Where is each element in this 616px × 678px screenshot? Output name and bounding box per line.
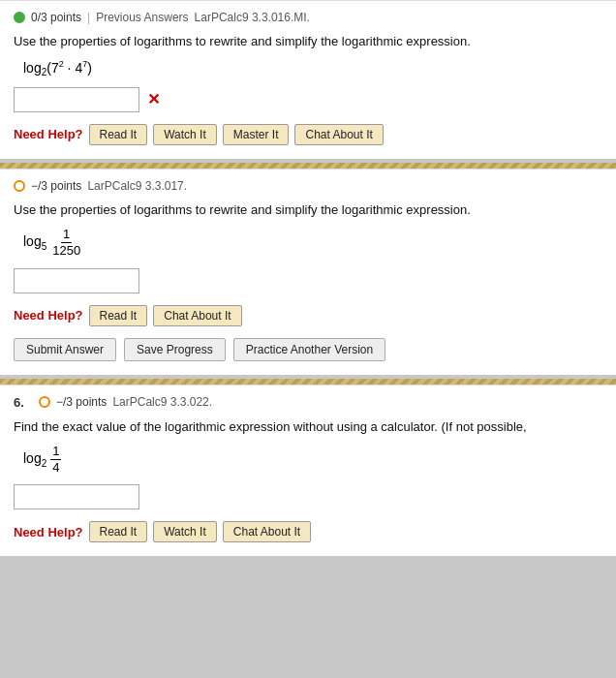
answer-row-2: [14, 268, 602, 293]
need-help-label-3: Need Help?: [14, 525, 83, 539]
log-base-1: log2(72 · 47): [23, 59, 92, 77]
question-header-1: 0/3 points | Previous Answers LarPCalc9 …: [14, 11, 602, 24]
course-code-2: LarPCalc9 3.3.017.: [87, 179, 187, 193]
practice-another-btn[interactable]: Practice Another Version: [233, 338, 385, 361]
x-icon-1: ✕: [147, 90, 160, 108]
q2-content: Use the properties of logarithms to rewr…: [14, 200, 602, 361]
answer-input-2[interactable]: [14, 268, 139, 293]
points-3: −/3 points: [56, 395, 107, 409]
question-block-2: −/3 points LarPCalc9 3.3.017. Use the pr…: [0, 169, 616, 375]
status-icon-1: [14, 12, 25, 23]
answer-input-3[interactable]: [14, 484, 139, 509]
question-header-3: 6. −/3 points LarPCalc9 3.3.022.: [14, 395, 602, 410]
question-header-2: −/3 points LarPCalc9 3.3.017.: [14, 179, 602, 193]
prev-answers-1: Previous Answers: [96, 11, 188, 24]
read-it-btn-3[interactable]: Read It: [89, 521, 148, 542]
question-text-1: Use the properties of logarithms to rewr…: [14, 32, 602, 51]
save-progress-btn[interactable]: Save Progress: [124, 338, 226, 361]
q-number-3: 6.: [14, 395, 29, 410]
chat-about-it-btn-2[interactable]: Chat About It: [153, 305, 241, 326]
answer-row-3: [14, 484, 602, 509]
submit-answer-btn[interactable]: Submit Answer: [14, 338, 116, 361]
need-help-label-1: Need Help?: [14, 127, 83, 141]
master-it-btn-1[interactable]: Master It: [223, 124, 290, 145]
question-block-3: 6. −/3 points LarPCalc9 3.3.022. Find th…: [0, 385, 616, 557]
action-row-2: Submit Answer Save Progress Practice Ano…: [14, 338, 602, 361]
question-text-2: Use the properties of logarithms to rewr…: [14, 200, 602, 220]
chat-about-it-btn-3[interactable]: Chat About It: [223, 521, 311, 542]
course-code-1: LarPCalc9 3.3.016.MI.: [195, 11, 310, 24]
need-help-label-2: Need Help?: [14, 308, 83, 323]
status-icon-3: [39, 396, 50, 408]
fraction-3: 1 4: [50, 444, 61, 475]
math-expr-1: log2(72 · 47): [23, 59, 602, 77]
chat-about-it-btn-1[interactable]: Chat About It: [294, 124, 383, 145]
status-icon-2: [14, 180, 25, 192]
need-help-row-1: Need Help? Read It Watch It Master It Ch…: [14, 124, 602, 145]
read-it-btn-2[interactable]: Read It: [89, 305, 148, 326]
q3-content: Find the exact value of the logarithmic …: [14, 417, 602, 543]
watch-it-btn-1[interactable]: Watch It: [153, 124, 217, 145]
question-block-1: 0/3 points | Previous Answers LarPCalc9 …: [0, 0, 616, 159]
fraction-2: 1 1250: [50, 227, 82, 258]
need-help-row-3: Need Help? Read It Watch It Chat About I…: [14, 521, 602, 542]
log-base-3: log2: [23, 450, 46, 469]
math-expr-2: log5 1 1250: [23, 227, 602, 258]
course-code-3: LarPCalc9 3.3.022.: [112, 395, 212, 409]
need-help-row-2: Need Help? Read It Chat About It: [14, 305, 602, 326]
separator-1: |: [87, 11, 90, 24]
answer-input-1[interactable]: [14, 87, 139, 112]
q1-content: Use the properties of logarithms to rewr…: [14, 32, 602, 145]
question-text-3: Find the exact value of the logarithmic …: [14, 417, 602, 437]
watch-it-btn-3[interactable]: Watch It: [153, 521, 217, 542]
read-it-btn-1[interactable]: Read It: [89, 124, 148, 145]
log-base-2: log5: [23, 233, 46, 252]
math-expr-3: log2 1 4: [23, 444, 602, 475]
points-1: 0/3 points: [31, 11, 81, 24]
points-2: −/3 points: [31, 179, 81, 193]
answer-row-1: ✕: [14, 87, 602, 112]
